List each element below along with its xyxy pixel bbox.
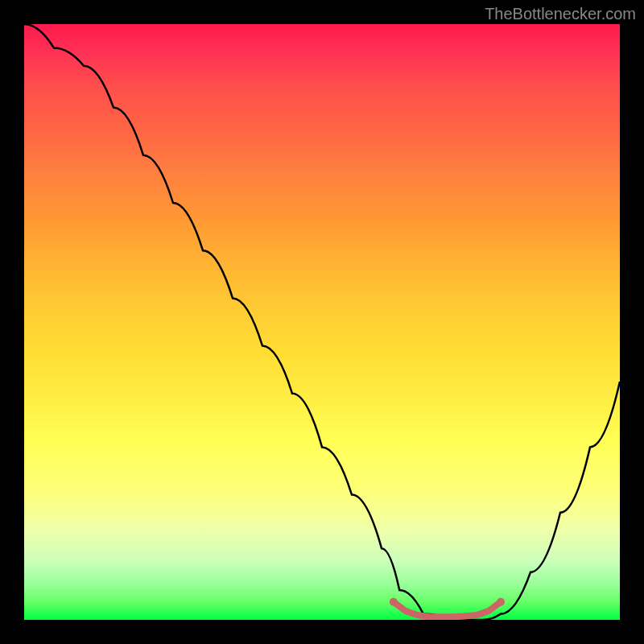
optimal-marker-dot [497,598,505,606]
optimal-marker-line [394,602,501,617]
optimal-range-markers [390,598,505,617]
chart-svg [24,24,620,620]
bottleneck-curve-line [24,24,620,620]
optimal-marker-dot [390,598,398,606]
watermark-text: TheBottlenecker.com [485,5,636,23]
chart-container [24,24,620,620]
